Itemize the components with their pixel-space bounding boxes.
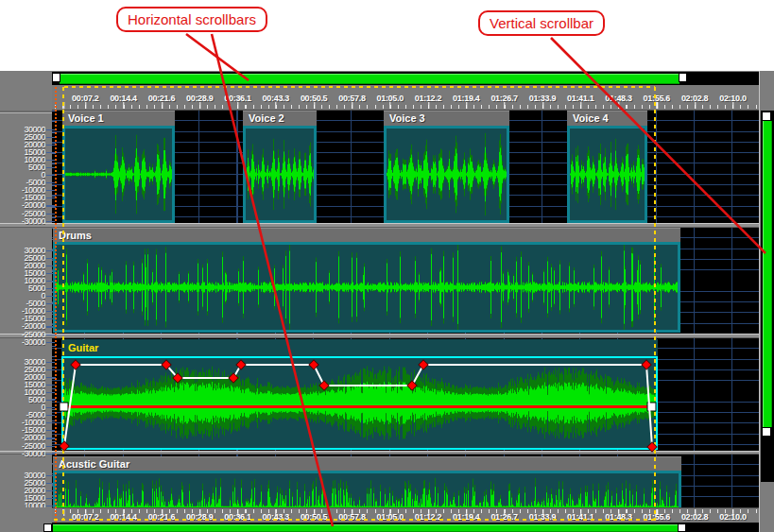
region-top-marker-line [64, 86, 655, 88]
region-bottom-marker-line [54, 519, 655, 521]
clip-voice-4[interactable] [567, 126, 647, 223]
ruler-time-label: 02:02.8 [674, 94, 715, 103]
amplitude-scale-label: 10000 [0, 502, 45, 507]
bottom-time-ruler[interactable]: 00:07.200:14.400:21.600:28.900:36.100:43… [52, 507, 759, 523]
waveform-voice-4 [570, 129, 645, 220]
playback-cursor-line[interactable] [55, 87, 57, 523]
ruler-time-label: 01:55.6 [636, 94, 678, 103]
amplitude-scale-voice: 300002500020000150001000050000-5000-1000… [0, 126, 45, 225]
amplitude-scale-guitar: 300002500020000150001000050000-5000-1000… [0, 358, 45, 457]
amplitude-scale-ticks [46, 359, 55, 458]
ruler-time-label: 00:07.2 [64, 94, 106, 103]
clip-header-voice-2[interactable]: Voice 2 [243, 111, 317, 126]
amplitude-scale-label: -30000 [0, 217, 45, 225]
region-end-marker-line [654, 87, 656, 521]
ruler-time-label: 02:02.8 [674, 512, 715, 522]
bottom-horizontal-scrollbar-thumb[interactable] [53, 524, 679, 532]
clip-header-guitar-selected[interactable]: Guitar [61, 339, 658, 356]
ruler-time-label: 01:41.1 [559, 94, 601, 103]
clip-header-voice-4[interactable]: Voice 4 [567, 111, 647, 126]
clip-voice-1[interactable] [62, 126, 175, 223]
ruler-time-label: 01:05.0 [370, 94, 411, 103]
ruler-time-label: 01:12.2 [407, 94, 449, 103]
ruler-time-label: 00:57.8 [331, 94, 372, 103]
amplitude-scale-drums: 300002500020000150001000050000-5000-1000… [0, 247, 45, 346]
amplitude-scale-ticks [46, 127, 55, 226]
ruler-time-label: 00:21.6 [141, 94, 182, 103]
ruler-time-label: 00:28.9 [179, 94, 220, 103]
waveform-svg [56, 473, 679, 507]
screenshot-stage: 00:07.200:14.400:21.600:28.900:36.100:43… [0, 0, 774, 532]
top-time-ruler[interactable]: 00:07.200:14.400:21.600:28.900:36.100:43… [52, 85, 759, 111]
clip-drums[interactable] [53, 242, 680, 333]
audio-editor-window: 00:07.200:14.400:21.600:28.900:36.100:43… [0, 71, 774, 532]
amplitude-scale-label: -30000 [0, 338, 45, 346]
top-horizontal-scrollbar-thumb[interactable] [60, 74, 679, 84]
top-scrollbar-right-handle[interactable] [679, 73, 687, 82]
waveform-svg [56, 245, 678, 330]
amplitude-scale-label: 5000 [0, 284, 45, 292]
waveform-voice-1 [65, 129, 172, 220]
clip-header-drums[interactable]: Drums [53, 228, 680, 242]
clip-header-voice-1[interactable]: Voice 1 [62, 111, 175, 126]
waveform-svg [570, 129, 645, 220]
ruler-time-label: 01:26.7 [484, 94, 525, 103]
waveform-svg [63, 358, 656, 448]
ruler-major-ticks [52, 102, 759, 109]
vertical-scrollbar-top-handle[interactable] [762, 112, 771, 121]
callout-horizontal-scrollbars: Horizontal scrollbars [116, 7, 267, 32]
clip-guitar-selected[interactable] [61, 356, 658, 450]
ruler-time-label: 01:19.4 [445, 94, 487, 103]
clip-header-voice-3[interactable]: Voice 3 [384, 111, 509, 126]
top-scrollbar-left-handle[interactable] [52, 73, 60, 82]
ruler-time-label: 00:43.3 [255, 94, 297, 103]
vertical-scrollbar-bottom-handle[interactable] [762, 427, 771, 437]
ruler-time-label: 01:48.3 [598, 94, 640, 103]
clip-acustic-guitar[interactable] [53, 471, 681, 507]
left-panel-divider [0, 111, 52, 113]
clip-voice-2[interactable] [243, 126, 317, 223]
ruler-time-label: 01:33.9 [522, 94, 563, 103]
vertical-scrollbar-thumb[interactable] [763, 121, 772, 427]
waveform-drums [56, 245, 678, 330]
waveform-voice-2 [246, 129, 314, 220]
ruler-time-label: 00:36.1 [217, 94, 259, 103]
waveform-guitar [63, 358, 656, 448]
waveform-acustic-guitar [56, 473, 679, 507]
bottom-scrollbar-left-handle[interactable] [43, 523, 52, 532]
amplitude-scale-label: -30000 [0, 450, 45, 457]
amplitude-scale-label: 5000 [0, 163, 45, 171]
amplitude-scale-acustic: 300002500020000150001000050000-5000-1000… [0, 472, 45, 507]
ruler-time-label: 00:14.4 [103, 94, 145, 103]
clip-voice-3[interactable] [384, 126, 509, 223]
amplitude-scale-label: 5000 [0, 396, 45, 403]
waveform-voice-3 [387, 129, 507, 220]
ruler-time-label: 02:10.0 [712, 512, 753, 522]
waveform-svg [246, 129, 314, 220]
region-start-marker-line [62, 87, 64, 521]
ruler-time-label: 02:10.0 [712, 94, 753, 103]
clip-header-acustic-guitar[interactable]: Acustic Guitar [53, 456, 681, 471]
bottom-scrollbar-right-handle[interactable] [678, 523, 686, 532]
callout-vertical-scrollbar: Vertical scrollbar [478, 10, 605, 36]
waveform-svg [387, 129, 507, 220]
waveform-svg [65, 129, 172, 220]
ruler-time-label: 00:50.5 [293, 94, 335, 103]
